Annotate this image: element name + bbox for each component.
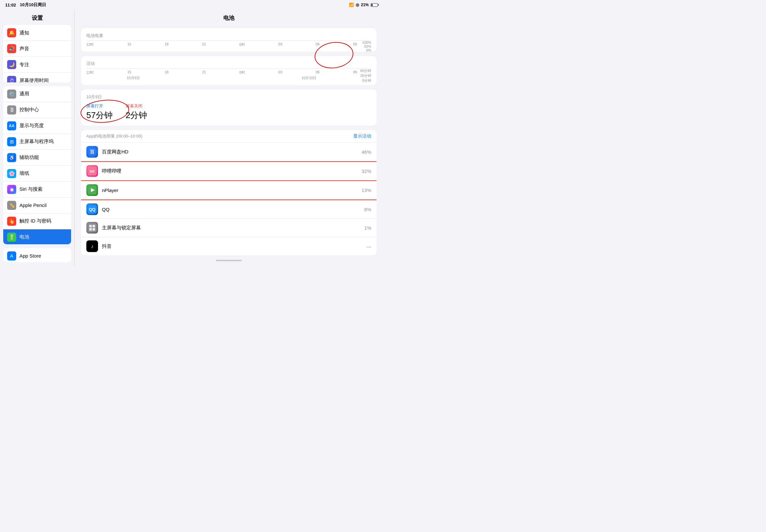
svg-text:bili: bili bbox=[90, 170, 95, 173]
battery-pct: 21% bbox=[361, 3, 369, 7]
homescreen-app-pct: 1% bbox=[364, 225, 371, 231]
activity-chart-wrapper: 60分钟 30分钟 0分钟 bbox=[86, 68, 371, 69]
svg-rect-10 bbox=[92, 225, 95, 227]
applepencil-label: Apple Pencil bbox=[19, 202, 46, 208]
focus-label: 专注 bbox=[19, 62, 29, 68]
sound-icon: 🔊 bbox=[7, 44, 16, 53]
touchid-label: 触控 ID 与密码 bbox=[19, 218, 51, 224]
qq-pct: 8% bbox=[364, 207, 371, 212]
applepencil-icon: ✏️ bbox=[7, 201, 16, 210]
display-label: 显示与亮度 bbox=[19, 123, 44, 129]
app-item-homescreen: 主屏幕与锁定屏幕 1% bbox=[81, 219, 376, 237]
time: 11:02 bbox=[5, 3, 16, 7]
general-label: 通用 bbox=[19, 91, 29, 97]
scroll-indicator bbox=[216, 260, 242, 261]
homescreen-label: 主屏幕与程序坞 bbox=[19, 139, 54, 145]
sidebar-item-display[interactable]: AA 显示与亮度 bbox=[3, 118, 71, 134]
sidebar-group-2: ⚙️ 通用 🎛 控制中心 AA 显示与亮度 ⊞ 主屏幕与程序坞 ♿ 辅助功能 🌸 bbox=[3, 86, 71, 244]
sidebar-item-general[interactable]: ⚙️ 通用 bbox=[3, 86, 71, 102]
homescreen-app-name: 主屏幕与锁定屏幕 bbox=[102, 225, 360, 231]
sidebar-item-controlcenter[interactable]: 🎛 控制中心 bbox=[3, 102, 71, 118]
battery-chart-wrapper: 100% 50% 0% bbox=[86, 41, 371, 41]
qq-name: QQ bbox=[102, 207, 360, 212]
screen-off-item: 屏幕关闭 2分钟 bbox=[126, 103, 147, 121]
svg-text:♪: ♪ bbox=[91, 244, 93, 249]
sidebar-item-focus[interactable]: 🌙 专注 bbox=[3, 57, 71, 73]
svg-text:百: 百 bbox=[90, 149, 95, 154]
status-bar: 11:02 10月10日周日 📶 ◎ 21% bbox=[0, 0, 383, 10]
appstore-label: App Store bbox=[19, 253, 41, 259]
svg-rect-9 bbox=[89, 225, 92, 227]
controlcenter-icon: 🎛 bbox=[7, 105, 16, 115]
sidebar-group-3: A App Store bbox=[3, 248, 71, 262]
sidebar-item-screentime[interactable]: ⏱ 屏幕使用时间 bbox=[3, 73, 71, 82]
baidu-name: 百度网盘HD bbox=[102, 149, 358, 155]
accessibility-icon: ♿ bbox=[7, 153, 16, 162]
sidebar-item-accessibility[interactable]: ♿ 辅助功能 bbox=[3, 150, 71, 166]
activity-x-labels: 12时 15 18 21 0时 03 06 09 bbox=[86, 70, 371, 75]
battery-nav-icon: 🔋 bbox=[7, 233, 16, 242]
nplayer-name: nPlayer bbox=[102, 187, 358, 193]
status-right: 📶 ◎ 21% bbox=[349, 3, 378, 7]
siri-icon: ◉ bbox=[7, 185, 16, 194]
app-item-baidu: 百 百度网盘HD 46% bbox=[81, 143, 376, 161]
sidebar-item-applepencil[interactable]: ✏️ Apple Pencil bbox=[3, 198, 71, 213]
svg-rect-8 bbox=[88, 223, 97, 232]
app-item-bili: bili 哔哩哔哩 32% bbox=[81, 162, 376, 180]
bili-pct: 32% bbox=[361, 168, 371, 174]
screen-time-row: 屏幕打开 57分钟 屏幕关闭 2分钟 bbox=[86, 103, 371, 121]
sidebar-item-siri[interactable]: ◉ Siri 与搜索 bbox=[3, 182, 71, 198]
sidebar-item-battery[interactable]: 🔋 电池 bbox=[3, 229, 71, 244]
nplayer-pct: 13% bbox=[361, 187, 371, 193]
battery-label: 电池 bbox=[19, 234, 29, 240]
sidebar-item-appstore[interactable]: A App Store bbox=[3, 248, 71, 262]
battery-chart-label: 电池电量 bbox=[86, 33, 371, 39]
svg-text:QQ: QQ bbox=[89, 207, 95, 212]
sidebar-item-wallpaper[interactable]: 🌸 墙纸 bbox=[3, 166, 71, 182]
nplayer-icon bbox=[86, 184, 98, 196]
battery-chart-section: 电池电量 bbox=[81, 28, 376, 52]
svg-rect-11 bbox=[89, 228, 92, 231]
app-battery-section: App的电池用量 (09:00–10:00) 显示活动 百 百度网盘HD 46% bbox=[81, 130, 376, 255]
screen-off-label: 屏幕关闭 bbox=[126, 103, 147, 109]
screentime-icon: ⏱ bbox=[7, 76, 16, 82]
main-layout: 设置 🔔 通知 🔊 声音 🌙 专注 ⏱ 屏幕使用时间 ⚙️ bbox=[0, 10, 383, 266]
sidebar-item-touchid[interactable]: 👆 触控 ID 与密码 bbox=[3, 213, 71, 229]
app-item-nplayer: nPlayer 13% bbox=[81, 181, 376, 199]
sidebar-item-sound[interactable]: 🔊 声音 bbox=[3, 41, 71, 57]
controlcenter-label: 控制中心 bbox=[19, 107, 39, 113]
app-item-qq: QQ QQ 8% bbox=[81, 200, 376, 219]
sidebar-title: 设置 bbox=[0, 10, 74, 25]
homescreen-app-icon bbox=[86, 222, 98, 234]
touchid-icon: 👆 bbox=[7, 217, 16, 226]
battery-chart-bars bbox=[86, 41, 371, 41]
display-icon: AA bbox=[7, 121, 16, 130]
douyin-icon: ♪ bbox=[86, 240, 98, 252]
screen-on-item: 屏幕打开 57分钟 bbox=[86, 103, 113, 121]
screen-off-value: 2分钟 bbox=[126, 110, 147, 121]
baidu-icon: 百 bbox=[86, 146, 98, 158]
focus-icon: 🌙 bbox=[7, 60, 16, 69]
app-item-douyin: ♪ 抖音 — bbox=[81, 237, 376, 255]
activity-chart-section: 活动 bbox=[81, 56, 376, 85]
activity-y-labels: 60分钟 30分钟 0分钟 bbox=[358, 68, 371, 69]
qq-icon: QQ bbox=[86, 203, 98, 215]
sidebar-group-1: 🔔 通知 🔊 声音 🌙 专注 ⏱ 屏幕使用时间 bbox=[3, 25, 71, 82]
battery-y-labels: 100% 50% 0% bbox=[358, 41, 371, 41]
screen-time-date: 10月9日 bbox=[86, 94, 371, 100]
bili-icon: bili bbox=[86, 165, 98, 177]
sidebar-item-notification[interactable]: 🔔 通知 bbox=[3, 25, 71, 41]
general-icon: ⚙️ bbox=[7, 90, 16, 99]
battery-icon bbox=[371, 3, 378, 7]
content-area: 电池 电池电量 bbox=[75, 10, 383, 266]
show-activity-button[interactable]: 显示活动 bbox=[353, 133, 371, 139]
screen-on-value: 57分钟 bbox=[86, 110, 113, 121]
wallpaper-label: 墙纸 bbox=[19, 170, 29, 176]
bili-name: 哔哩哔哩 bbox=[102, 168, 358, 174]
sidebar-item-homescreen[interactable]: ⊞ 主屏幕与程序坞 bbox=[3, 134, 71, 150]
app-battery-header: App的电池用量 (09:00–10:00) 显示活动 bbox=[81, 130, 376, 143]
screentime-label: 屏幕使用时间 bbox=[19, 78, 49, 82]
baidu-pct: 46% bbox=[361, 149, 371, 155]
wallpaper-icon: 🌸 bbox=[7, 169, 16, 178]
svg-rect-12 bbox=[92, 228, 95, 231]
